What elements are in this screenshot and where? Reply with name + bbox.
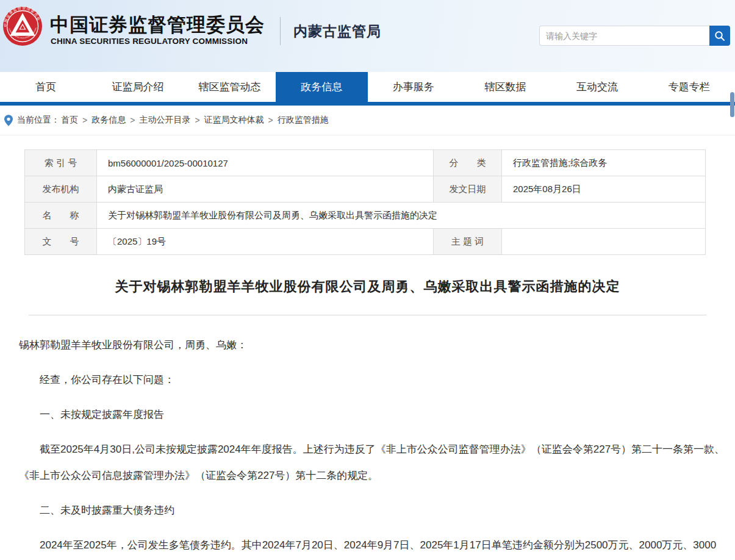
article-paragraph: 截至2025年4月30日,公司未按规定披露2024年年度报告。上述行为违反了《非… — [19, 436, 726, 489]
bureau-title: 内蒙古监管局 — [293, 22, 381, 41]
location-pin-icon — [4, 115, 13, 126]
search-icon — [714, 30, 726, 42]
breadcrumb-item-government-info[interactable]: 政务信息 — [91, 115, 126, 126]
search-button[interactable] — [709, 26, 730, 46]
csrc-logo-icon[interactable]: 中国证券监督管理委员会 CHINA SECURITIES REGULATORY … — [2, 6, 43, 46]
breadcrumb-item-regulatory-measures[interactable]: 行政监管措施 — [278, 115, 329, 126]
article-paragraph: 经查，你公司存在以下问题： — [19, 367, 726, 393]
doc-name-value: 关于对锡林郭勒盟羊羊牧业股份有限公司及周勇、乌嫩采取出具警示函措施的决定 — [97, 203, 706, 229]
doc-number-value: 〔2025〕19号 — [97, 229, 434, 255]
doc-number-label: 文 号 — [25, 229, 97, 255]
nav-item-special-topics[interactable]: 专题专栏 — [643, 72, 735, 102]
article-body: 锡林郭勒盟羊羊牧业股份有限公司，周勇、乌嫩： 经查，你公司存在以下问题： 一、未… — [0, 315, 735, 560]
issuing-agency-label: 发布机构 — [25, 176, 97, 203]
breadcrumb-item-document-type[interactable]: 证监局文种体裁 — [204, 115, 264, 126]
nav-item-regional-regulation[interactable]: 辖区监管动态 — [184, 72, 276, 102]
subject-words-label: 主 题 词 — [434, 229, 502, 255]
category-label: 分 类 — [434, 150, 502, 176]
header-divider — [280, 17, 281, 45]
subject-words-value — [502, 229, 706, 255]
table-row: 名 称 关于对锡林郭勒盟羊羊牧业股份有限公司及周勇、乌嫩采取出具警示函措施的决定 — [25, 203, 706, 229]
nav-item-regional-data[interactable]: 辖区数据 — [459, 72, 551, 102]
nav-item-home[interactable]: 首页 — [0, 72, 92, 102]
search-input[interactable] — [539, 26, 709, 46]
category-value: 行政监管措施;综合政务 — [502, 150, 706, 176]
main-content: 索 引 号 bm56000001/2025-00010127 分 类 行政监管措… — [0, 149, 735, 560]
breadcrumb-separator: > — [130, 115, 135, 125]
article-section-heading-2: 二、未及时披露重大债务违约 — [19, 497, 726, 523]
nav-item-interaction[interactable]: 互动交流 — [551, 72, 644, 102]
breadcrumb-item-home[interactable]: 首页 — [61, 115, 78, 126]
index-number-value: bm56000001/2025-00010127 — [97, 150, 434, 176]
org-title-cn: 中国证券监督管理委员会 — [50, 12, 265, 38]
issue-date-label: 发文日期 — [434, 176, 502, 203]
article-title: 关于对锡林郭勒盟羊羊牧业股份有限公司及周勇、乌嫩采取出具警示函措施的决定 — [0, 278, 735, 296]
org-title-en: CHINA SECURITIES REGULATORY COMMISSION — [51, 37, 248, 46]
issuing-agency-value: 内蒙古证监局 — [97, 176, 434, 203]
breadcrumb-separator: > — [268, 115, 273, 125]
index-number-label: 索 引 号 — [25, 150, 97, 176]
article-paragraph-salutation: 锡林郭勒盟羊羊牧业股份有限公司，周勇、乌嫩： — [19, 332, 726, 358]
doc-name-label: 名 称 — [25, 203, 97, 229]
breadcrumb-prefix: 当前位置： — [17, 115, 60, 126]
table-row: 索 引 号 bm56000001/2025-00010127 分 类 行政监管措… — [25, 150, 706, 176]
site-header: 中国证券监督管理委员会 CHINA SECURITIES REGULATORY … — [0, 0, 735, 72]
table-row: 文 号 〔2025〕19号 主 题 词 — [25, 229, 706, 255]
issue-date-value: 2025年08月26日 — [502, 176, 706, 203]
nav-item-government-info[interactable]: 政务信息 — [276, 72, 368, 102]
breadcrumb-separator: > — [82, 115, 87, 125]
table-row: 发布机构 内蒙古证监局 发文日期 2025年08月26日 — [25, 176, 706, 203]
article-section-heading-1: 一、未按规定披露年度报告 — [19, 401, 726, 428]
nav-item-services[interactable]: 办事服务 — [368, 72, 460, 102]
main-nav: 首页 证监局介绍 辖区监管动态 政务信息 办事服务 辖区数据 互动交流 专题专栏 — [0, 72, 735, 102]
nav-item-bureau-intro[interactable]: 证监局介绍 — [92, 72, 184, 102]
breadcrumb-item-open-directory[interactable]: 主动公开目录 — [139, 115, 190, 126]
doc-info-table: 索 引 号 bm56000001/2025-00010127 分 类 行政监管措… — [24, 149, 706, 255]
search-box — [539, 26, 730, 46]
scrollbar-thumb[interactable] — [730, 92, 734, 117]
breadcrumb-separator: > — [195, 115, 199, 125]
article-paragraph: 2024年至2025年，公司发生多笔债务违约。其中2024年7月20日、2024… — [19, 532, 726, 560]
breadcrumb: 当前位置： 首页 > 政务信息 > 主动公开目录 > 证监局文种体裁 > 行政监… — [0, 106, 735, 135]
